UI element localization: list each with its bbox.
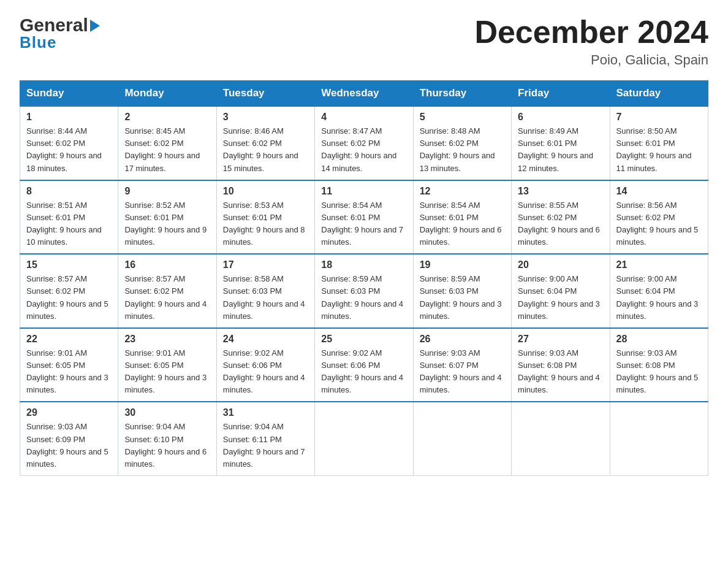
day-number: 1 xyxy=(26,112,112,123)
calendar-day-cell xyxy=(315,402,413,475)
day-info: Sunrise: 9:04 AMSunset: 6:11 PMDaylight:… xyxy=(223,421,308,470)
day-number: 26 xyxy=(420,334,505,345)
day-info: Sunrise: 9:00 AMSunset: 6:04 PMDaylight:… xyxy=(518,273,603,323)
calendar-week-row: 22 Sunrise: 9:01 AMSunset: 6:05 PMDaylig… xyxy=(20,328,708,402)
calendar-day-cell: 25 Sunrise: 9:02 AMSunset: 6:06 PMDaylig… xyxy=(315,328,413,402)
calendar-day-cell: 20 Sunrise: 9:00 AMSunset: 6:04 PMDaylig… xyxy=(512,254,610,328)
day-info: Sunrise: 8:44 AMSunset: 6:02 PMDaylight:… xyxy=(26,125,112,175)
weekday-header-cell: Monday xyxy=(118,81,216,107)
calendar-day-cell: 23 Sunrise: 9:01 AMSunset: 6:05 PMDaylig… xyxy=(118,328,216,402)
calendar-day-cell: 8 Sunrise: 8:51 AMSunset: 6:01 PMDayligh… xyxy=(20,180,118,255)
day-info: Sunrise: 8:57 AMSunset: 6:02 PMDaylight:… xyxy=(26,273,112,323)
logo-blue: Blue xyxy=(20,33,56,52)
day-number: 27 xyxy=(518,334,603,345)
weekday-header-row: SundayMondayTuesdayWednesdayThursdayFrid… xyxy=(20,81,708,107)
day-number: 7 xyxy=(616,112,702,123)
calendar-day-cell: 1 Sunrise: 8:44 AMSunset: 6:02 PMDayligh… xyxy=(20,106,118,180)
day-info: Sunrise: 9:00 AMSunset: 6:04 PMDaylight:… xyxy=(616,273,702,323)
calendar-day-cell: 12 Sunrise: 8:54 AMSunset: 6:01 PMDaylig… xyxy=(413,180,511,255)
calendar-day-cell: 6 Sunrise: 8:49 AMSunset: 6:01 PMDayligh… xyxy=(512,106,610,180)
weekday-header-cell: Thursday xyxy=(413,81,511,107)
calendar-day-cell: 22 Sunrise: 9:01 AMSunset: 6:05 PMDaylig… xyxy=(20,328,118,402)
day-number: 19 xyxy=(420,259,505,270)
day-number: 2 xyxy=(124,112,210,123)
calendar-day-cell: 26 Sunrise: 9:03 AMSunset: 6:07 PMDaylig… xyxy=(413,328,511,402)
calendar-week-row: 29 Sunrise: 9:03 AMSunset: 6:09 PMDaylig… xyxy=(20,402,708,475)
day-number: 28 xyxy=(616,334,702,345)
calendar-day-cell: 10 Sunrise: 8:53 AMSunset: 6:01 PMDaylig… xyxy=(216,180,314,255)
calendar-week-row: 8 Sunrise: 8:51 AMSunset: 6:01 PMDayligh… xyxy=(20,180,708,255)
day-info: Sunrise: 8:58 AMSunset: 6:03 PMDaylight:… xyxy=(223,273,308,323)
day-info: Sunrise: 8:55 AMSunset: 6:02 PMDaylight:… xyxy=(518,199,603,249)
day-number: 15 xyxy=(26,259,112,270)
logo-general: General xyxy=(20,15,88,36)
day-info: Sunrise: 8:48 AMSunset: 6:02 PMDaylight:… xyxy=(420,125,505,175)
calendar-day-cell xyxy=(413,402,511,475)
day-number: 10 xyxy=(223,186,308,197)
day-number: 3 xyxy=(223,112,308,123)
calendar-day-cell: 11 Sunrise: 8:54 AMSunset: 6:01 PMDaylig… xyxy=(315,180,413,255)
calendar-day-cell xyxy=(610,402,708,475)
day-info: Sunrise: 8:45 AMSunset: 6:02 PMDaylight:… xyxy=(124,125,210,175)
calendar-day-cell: 21 Sunrise: 9:00 AMSunset: 6:04 PMDaylig… xyxy=(610,254,708,328)
day-info: Sunrise: 8:46 AMSunset: 6:02 PMDaylight:… xyxy=(223,125,308,175)
day-info: Sunrise: 9:04 AMSunset: 6:10 PMDaylight:… xyxy=(124,421,210,470)
day-info: Sunrise: 8:54 AMSunset: 6:01 PMDaylight:… xyxy=(321,199,406,249)
day-number: 30 xyxy=(124,407,210,418)
day-number: 23 xyxy=(124,334,210,345)
day-info: Sunrise: 9:03 AMSunset: 6:09 PMDaylight:… xyxy=(26,421,112,470)
calendar-day-cell: 30 Sunrise: 9:04 AMSunset: 6:10 PMDaylig… xyxy=(118,402,216,475)
calendar-day-cell: 29 Sunrise: 9:03 AMSunset: 6:09 PMDaylig… xyxy=(20,402,118,475)
day-info: Sunrise: 9:03 AMSunset: 6:08 PMDaylight:… xyxy=(518,347,603,397)
day-number: 4 xyxy=(321,112,406,123)
logo: General Blue xyxy=(20,15,100,52)
calendar-day-cell: 28 Sunrise: 9:03 AMSunset: 6:08 PMDaylig… xyxy=(610,328,708,402)
calendar-day-cell: 16 Sunrise: 8:57 AMSunset: 6:02 PMDaylig… xyxy=(118,254,216,328)
day-info: Sunrise: 9:03 AMSunset: 6:07 PMDaylight:… xyxy=(420,347,505,397)
calendar-table: SundayMondayTuesdayWednesdayThursdayFrid… xyxy=(20,80,708,476)
day-info: Sunrise: 8:56 AMSunset: 6:02 PMDaylight:… xyxy=(616,199,702,249)
day-number: 5 xyxy=(420,112,505,123)
calendar-day-cell: 13 Sunrise: 8:55 AMSunset: 6:02 PMDaylig… xyxy=(512,180,610,255)
calendar-day-cell: 24 Sunrise: 9:02 AMSunset: 6:06 PMDaylig… xyxy=(216,328,314,402)
day-info: Sunrise: 8:54 AMSunset: 6:01 PMDaylight:… xyxy=(420,199,505,249)
day-info: Sunrise: 9:01 AMSunset: 6:05 PMDaylight:… xyxy=(26,347,112,397)
calendar-week-row: 1 Sunrise: 8:44 AMSunset: 6:02 PMDayligh… xyxy=(20,106,708,180)
day-number: 21 xyxy=(616,259,702,270)
calendar-day-cell: 17 Sunrise: 8:58 AMSunset: 6:03 PMDaylig… xyxy=(216,254,314,328)
day-number: 29 xyxy=(26,407,112,418)
day-info: Sunrise: 8:47 AMSunset: 6:02 PMDaylight:… xyxy=(321,125,406,175)
day-number: 24 xyxy=(223,334,308,345)
month-title: December 2024 xyxy=(474,15,708,50)
weekday-header-cell: Friday xyxy=(512,81,610,107)
day-info: Sunrise: 8:57 AMSunset: 6:02 PMDaylight:… xyxy=(124,273,210,323)
calendar-day-cell: 19 Sunrise: 8:59 AMSunset: 6:03 PMDaylig… xyxy=(413,254,511,328)
day-info: Sunrise: 8:50 AMSunset: 6:01 PMDaylight:… xyxy=(616,125,702,175)
day-info: Sunrise: 8:51 AMSunset: 6:01 PMDaylight:… xyxy=(26,199,112,249)
weekday-header-cell: Tuesday xyxy=(216,81,314,107)
day-number: 25 xyxy=(321,334,406,345)
day-number: 8 xyxy=(26,186,112,197)
logo-arrow-icon xyxy=(90,20,100,32)
calendar-day-cell: 18 Sunrise: 8:59 AMSunset: 6:03 PMDaylig… xyxy=(315,254,413,328)
calendar-title-area: December 2024 Poio, Galicia, Spain xyxy=(474,15,708,68)
day-number: 16 xyxy=(124,259,210,270)
day-info: Sunrise: 9:01 AMSunset: 6:05 PMDaylight:… xyxy=(124,347,210,397)
day-number: 20 xyxy=(518,259,603,270)
day-info: Sunrise: 8:52 AMSunset: 6:01 PMDaylight:… xyxy=(124,199,210,249)
day-info: Sunrise: 8:59 AMSunset: 6:03 PMDaylight:… xyxy=(321,273,406,323)
page-header: General Blue December 2024 Poio, Galicia… xyxy=(20,15,708,68)
calendar-day-cell: 3 Sunrise: 8:46 AMSunset: 6:02 PMDayligh… xyxy=(216,106,314,180)
day-number: 13 xyxy=(518,186,603,197)
calendar-day-cell: 5 Sunrise: 8:48 AMSunset: 6:02 PMDayligh… xyxy=(413,106,511,180)
day-number: 31 xyxy=(223,407,308,418)
calendar-day-cell: 31 Sunrise: 9:04 AMSunset: 6:11 PMDaylig… xyxy=(216,402,314,475)
location-subtitle: Poio, Galicia, Spain xyxy=(474,52,708,68)
weekday-header-cell: Saturday xyxy=(610,81,708,107)
weekday-header-cell: Wednesday xyxy=(315,81,413,107)
calendar-week-row: 15 Sunrise: 8:57 AMSunset: 6:02 PMDaylig… xyxy=(20,254,708,328)
day-number: 17 xyxy=(223,259,308,270)
calendar-day-cell: 15 Sunrise: 8:57 AMSunset: 6:02 PMDaylig… xyxy=(20,254,118,328)
day-number: 14 xyxy=(616,186,702,197)
calendar-day-cell: 14 Sunrise: 8:56 AMSunset: 6:02 PMDaylig… xyxy=(610,180,708,255)
